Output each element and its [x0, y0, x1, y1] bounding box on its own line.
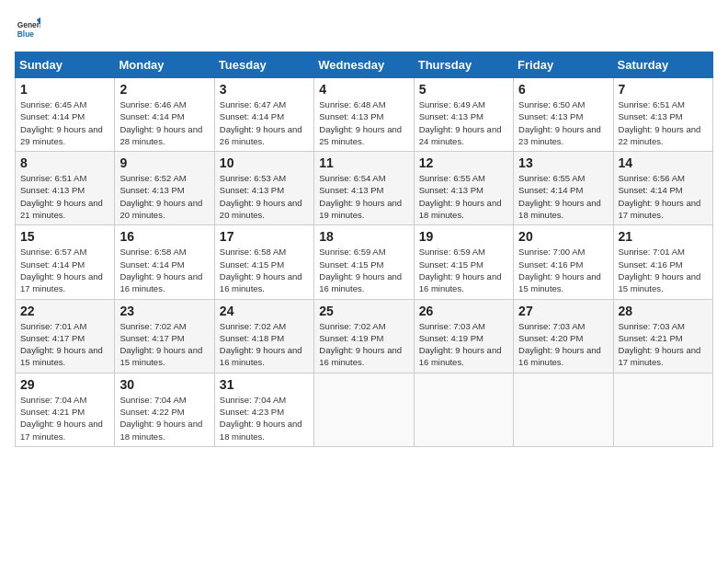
page-header: General Blue: [15, 15, 713, 40]
calendar-cell: 31 Sunrise: 7:04 AM Sunset: 4:23 PM Dayl…: [214, 373, 313, 446]
day-header-sunday: Sunday: [16, 52, 115, 78]
svg-text:General: General: [17, 20, 40, 29]
day-number: 6: [518, 82, 608, 97]
day-info: Sunrise: 6:46 AM Sunset: 4:14 PM Dayligh…: [119, 98, 209, 147]
day-info: Sunrise: 7:03 AM Sunset: 4:20 PM Dayligh…: [518, 320, 608, 369]
calendar-cell: 29 Sunrise: 7:04 AM Sunset: 4:21 PM Dayl…: [16, 373, 115, 446]
day-info: Sunrise: 7:03 AM Sunset: 4:19 PM Dayligh…: [419, 320, 508, 369]
day-number: 22: [20, 304, 109, 318]
calendar-header-row: SundayMondayTuesdayWednesdayThursdayFrid…: [16, 52, 713, 78]
day-info: Sunrise: 7:02 AM Sunset: 4:19 PM Dayligh…: [319, 320, 408, 369]
day-info: Sunrise: 7:03 AM Sunset: 4:21 PM Dayligh…: [619, 320, 708, 369]
day-number: 2: [119, 82, 209, 97]
day-number: 11: [319, 155, 408, 170]
day-info: Sunrise: 6:56 AM Sunset: 4:14 PM Dayligh…: [619, 172, 708, 221]
day-number: 13: [518, 155, 608, 170]
calendar-cell: [414, 373, 513, 446]
day-number: 3: [220, 82, 309, 97]
day-header-monday: Monday: [115, 52, 214, 78]
day-info: Sunrise: 6:50 AM Sunset: 4:13 PM Dayligh…: [518, 98, 608, 147]
day-number: 10: [220, 155, 309, 170]
day-number: 24: [220, 304, 309, 318]
day-info: Sunrise: 6:49 AM Sunset: 4:13 PM Dayligh…: [419, 98, 508, 147]
calendar-cell: 12 Sunrise: 6:55 AM Sunset: 4:13 PM Dayl…: [414, 152, 513, 225]
day-header-saturday: Saturday: [613, 52, 712, 78]
day-info: Sunrise: 7:02 AM Sunset: 4:17 PM Dayligh…: [119, 320, 209, 369]
day-number: 15: [20, 229, 109, 244]
week-row-5: 29 Sunrise: 7:04 AM Sunset: 4:21 PM Dayl…: [16, 373, 713, 446]
calendar-cell: 28 Sunrise: 7:03 AM Sunset: 4:21 PM Dayl…: [613, 299, 712, 373]
calendar-cell: 6 Sunrise: 6:50 AM Sunset: 4:13 PM Dayli…: [514, 78, 613, 152]
calendar-cell: 4 Sunrise: 6:48 AM Sunset: 4:13 PM Dayli…: [314, 78, 414, 152]
calendar-cell: 25 Sunrise: 7:02 AM Sunset: 4:19 PM Dayl…: [314, 299, 414, 373]
calendar-cell: 9 Sunrise: 6:52 AM Sunset: 4:13 PM Dayli…: [115, 152, 214, 225]
calendar-cell: 14 Sunrise: 6:56 AM Sunset: 4:14 PM Dayl…: [613, 152, 712, 225]
calendar-cell: 22 Sunrise: 7:01 AM Sunset: 4:17 PM Dayl…: [16, 299, 115, 373]
week-row-3: 15 Sunrise: 6:57 AM Sunset: 4:14 PM Dayl…: [16, 225, 713, 299]
day-info: Sunrise: 7:04 AM Sunset: 4:23 PM Dayligh…: [220, 394, 309, 442]
day-info: Sunrise: 7:01 AM Sunset: 4:16 PM Dayligh…: [619, 246, 708, 294]
calendar-cell: 8 Sunrise: 6:51 AM Sunset: 4:13 PM Dayli…: [16, 152, 115, 225]
week-row-1: 1 Sunrise: 6:45 AM Sunset: 4:14 PM Dayli…: [16, 78, 713, 152]
calendar-cell: 2 Sunrise: 6:46 AM Sunset: 4:14 PM Dayli…: [115, 78, 214, 152]
calendar-cell: 26 Sunrise: 7:03 AM Sunset: 4:19 PM Dayl…: [414, 299, 513, 373]
calendar-cell: 17 Sunrise: 6:58 AM Sunset: 4:15 PM Dayl…: [214, 225, 313, 299]
calendar-cell: [613, 373, 712, 446]
day-number: 27: [518, 304, 608, 318]
day-number: 17: [220, 229, 309, 244]
day-info: Sunrise: 6:59 AM Sunset: 4:15 PM Dayligh…: [319, 246, 408, 294]
day-number: 8: [20, 155, 109, 170]
calendar-table: SundayMondayTuesdayWednesdayThursdayFrid…: [15, 52, 713, 447]
day-number: 25: [319, 304, 408, 318]
calendar-cell: 20 Sunrise: 7:00 AM Sunset: 4:16 PM Dayl…: [514, 225, 613, 299]
calendar-cell: 10 Sunrise: 6:53 AM Sunset: 4:13 PM Dayl…: [214, 152, 313, 225]
day-info: Sunrise: 6:51 AM Sunset: 4:13 PM Dayligh…: [619, 98, 708, 147]
day-number: 14: [619, 155, 708, 170]
day-header-wednesday: Wednesday: [314, 52, 414, 78]
day-number: 5: [419, 82, 508, 97]
calendar-cell: 7 Sunrise: 6:51 AM Sunset: 4:13 PM Dayli…: [613, 78, 712, 152]
day-info: Sunrise: 7:04 AM Sunset: 4:22 PM Dayligh…: [119, 394, 209, 442]
calendar-body: 1 Sunrise: 6:45 AM Sunset: 4:14 PM Dayli…: [16, 78, 713, 447]
day-info: Sunrise: 7:02 AM Sunset: 4:18 PM Dayligh…: [220, 320, 309, 369]
calendar-cell: 16 Sunrise: 6:58 AM Sunset: 4:14 PM Dayl…: [115, 225, 214, 299]
day-info: Sunrise: 6:58 AM Sunset: 4:14 PM Dayligh…: [119, 246, 209, 294]
day-number: 31: [220, 377, 309, 392]
logo-icon: General Blue: [15, 15, 40, 40]
day-info: Sunrise: 6:55 AM Sunset: 4:14 PM Dayligh…: [518, 172, 608, 221]
day-number: 1: [20, 82, 109, 97]
calendar-cell: 27 Sunrise: 7:03 AM Sunset: 4:20 PM Dayl…: [514, 299, 613, 373]
calendar-cell: 5 Sunrise: 6:49 AM Sunset: 4:13 PM Dayli…: [414, 78, 513, 152]
day-info: Sunrise: 6:59 AM Sunset: 4:15 PM Dayligh…: [419, 246, 508, 294]
day-header-thursday: Thursday: [414, 52, 513, 78]
day-info: Sunrise: 6:48 AM Sunset: 4:13 PM Dayligh…: [319, 98, 408, 147]
calendar-cell: 15 Sunrise: 6:57 AM Sunset: 4:14 PM Dayl…: [16, 225, 115, 299]
calendar-cell: 13 Sunrise: 6:55 AM Sunset: 4:14 PM Dayl…: [514, 152, 613, 225]
day-number: 29: [20, 377, 109, 392]
day-number: 23: [119, 304, 209, 318]
day-info: Sunrise: 6:58 AM Sunset: 4:15 PM Dayligh…: [220, 246, 309, 294]
day-number: 7: [619, 82, 708, 97]
calendar-cell: 23 Sunrise: 7:02 AM Sunset: 4:17 PM Dayl…: [115, 299, 214, 373]
calendar-cell: 1 Sunrise: 6:45 AM Sunset: 4:14 PM Dayli…: [16, 78, 115, 152]
day-info: Sunrise: 6:45 AM Sunset: 4:14 PM Dayligh…: [20, 98, 109, 147]
calendar-cell: 18 Sunrise: 6:59 AM Sunset: 4:15 PM Dayl…: [314, 225, 414, 299]
day-info: Sunrise: 7:04 AM Sunset: 4:21 PM Dayligh…: [20, 394, 109, 442]
day-info: Sunrise: 6:52 AM Sunset: 4:13 PM Dayligh…: [119, 172, 209, 221]
day-info: Sunrise: 7:00 AM Sunset: 4:16 PM Dayligh…: [518, 246, 608, 294]
calendar-cell: 24 Sunrise: 7:02 AM Sunset: 4:18 PM Dayl…: [214, 299, 313, 373]
day-header-tuesday: Tuesday: [214, 52, 313, 78]
week-row-4: 22 Sunrise: 7:01 AM Sunset: 4:17 PM Dayl…: [16, 299, 713, 373]
calendar-cell: 19 Sunrise: 6:59 AM Sunset: 4:15 PM Dayl…: [414, 225, 513, 299]
calendar-cell: [314, 373, 414, 446]
day-number: 28: [619, 304, 708, 318]
day-info: Sunrise: 7:01 AM Sunset: 4:17 PM Dayligh…: [20, 320, 109, 369]
day-number: 16: [119, 229, 209, 244]
day-info: Sunrise: 6:47 AM Sunset: 4:14 PM Dayligh…: [220, 98, 309, 147]
day-info: Sunrise: 6:53 AM Sunset: 4:13 PM Dayligh…: [220, 172, 309, 221]
day-number: 30: [119, 377, 209, 392]
calendar-cell: 11 Sunrise: 6:54 AM Sunset: 4:13 PM Dayl…: [314, 152, 414, 225]
day-number: 9: [119, 155, 209, 170]
calendar-cell: [514, 373, 613, 446]
week-row-2: 8 Sunrise: 6:51 AM Sunset: 4:13 PM Dayli…: [16, 152, 713, 225]
